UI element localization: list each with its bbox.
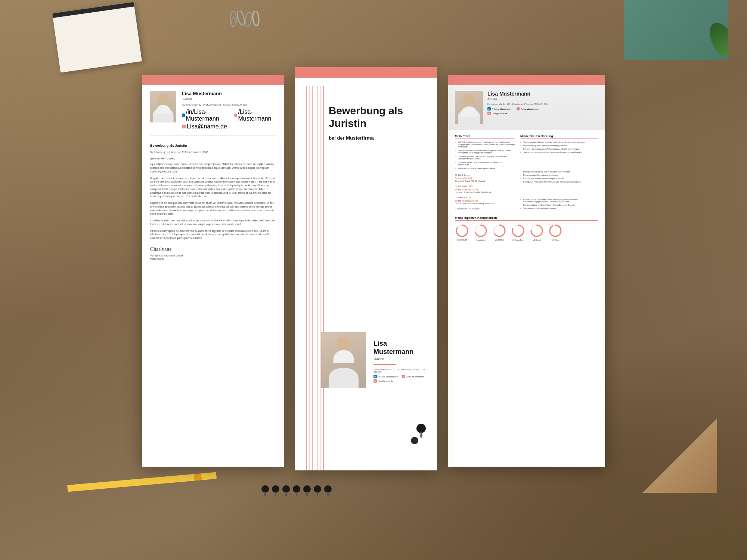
signature-company: Vorname(n) Nachname GmbH	[150, 254, 276, 257]
center-doc-header-bar	[295, 67, 437, 78]
plant-decoration	[616, 0, 728, 67]
left-doc-content: Bewerbung als Juristin Stellenanzeige au…	[142, 136, 284, 268]
center-photo-area: Lisa Mustermann Juristin Fantasiestraße …	[321, 332, 426, 388]
skill-label-legalvisio: LegalVisio	[477, 239, 485, 241]
skill-circle-excel	[530, 224, 544, 238]
cv-left-column: Mein Profil Als Volljuristin habe ich ei…	[455, 134, 515, 212]
cv-profile-item-4: In meiner Arbeit bin ich besonders struk…	[455, 161, 515, 166]
skill-circle-legalvisio	[474, 224, 488, 238]
svg-point-2	[236, 11, 246, 26]
cv-exp-title-2: Wirtschaftsjuristin	[455, 188, 515, 191]
cv-profile-item-5: Außerdem arbeite ich sehr gern im Team.	[455, 167, 515, 169]
cv-person-name: Lisa Mustermann	[487, 91, 598, 97]
signature-cursive: Charlyane	[150, 246, 276, 253]
letter-body-5: mt snure dolumnquatur alis dolorem volo …	[150, 229, 276, 240]
skill-item-powerpoint: MS PowerPoint	[511, 224, 525, 241]
skill-label-excel: MS Excel	[533, 239, 540, 241]
left-email: @ Lisa@name.de	[182, 123, 227, 130]
cv-twitter: ✕ /Lisa-Mustermann	[517, 107, 539, 111]
cv-profile-item-1: Als Volljuristin habe ich ein Lauf-meine…	[455, 141, 515, 148]
cv-skills-title: Meine digitalen Kompetenzen	[455, 216, 598, 221]
plant-pot	[624, 0, 728, 60]
cv-twitter-icon: ✕	[517, 107, 520, 111]
word-label: Word	[605, 383, 605, 392]
center-social: in /in/Lisa-Mustermann ✕ /Lisa-Musterman…	[374, 375, 426, 378]
skill-item-word: MS Word	[548, 224, 562, 241]
bewerbung-title: Bewerbung als Juristin	[329, 105, 426, 130]
center-linkedin: in /in/Lisa-Mustermann	[374, 375, 398, 378]
cv-experience-title: Meine Berufserfahrung	[520, 134, 598, 139]
skill-item-excel: MS Excel	[530, 224, 544, 241]
deco-line-7	[323, 86, 324, 470]
cover-letter-document: Lisa Mustermann Juristin Fantasiestraße …	[142, 75, 284, 467]
center-person-photo	[321, 332, 366, 388]
twitter-icon: ✕	[234, 113, 237, 117]
cv-right-exp-3: Erstellung von Gutachten, Berücksichtig-…	[520, 198, 598, 209]
cv-right-exp-1-item-2: Überwachung des Konsumentenkreditgeschäf…	[520, 144, 598, 147]
svg-point-3	[244, 12, 253, 27]
deco-line-1	[306, 86, 307, 470]
cv-contacts-row: in /in/Lisa-Mustermann ✕ /Lisa-Musterman…	[487, 107, 598, 111]
linkedin-icon: in	[182, 113, 185, 117]
deco-line-5	[317, 86, 318, 470]
cv-email: @ Lisa@name.de	[487, 112, 507, 115]
cv-right-exp-1: Vertretung des Hauses bei allen gerichtl…	[520, 141, 598, 153]
skill-circle-winmacs	[492, 224, 506, 238]
skill-circle-word	[548, 224, 562, 238]
cv-right-exp-2: Rechtliche Begleitung von Produkten und …	[520, 171, 598, 183]
letter-body-4: l. imdilius expib in core. quanede expIi…	[150, 219, 276, 226]
skill-item-legalvisio: LegalVisio	[474, 224, 488, 241]
cv-profile-item-3: In meiner größten Stärken ist, komplexe …	[455, 155, 515, 160]
deco-line-4	[315, 86, 315, 470]
center-doc-pushpin-1	[416, 424, 426, 433]
center-email-icon: @	[374, 379, 377, 383]
cv-right-spacer-2	[520, 185, 598, 198]
skill-label-powerpoint: MS PowerPoint	[512, 239, 524, 241]
center-main-content: Bewerbung als Juristin bei der Musterfir…	[329, 105, 426, 143]
skill-item-winmacs: WinMACS	[492, 224, 506, 241]
center-twitter: ✕ /Lisa-Mustermann	[402, 375, 424, 378]
letter-signature: Charlyane Vorname(n) Nachname GmbH Muste…	[150, 246, 276, 261]
center-person-info: Lisa Mustermann Juristin Fantasiestraße …	[374, 332, 426, 383]
left-twitter: ✕ /Lisa-Mustermann	[234, 109, 276, 122]
cv-exp-dates-left: 09.2015–heute Senior-Juristin Zinsglück …	[455, 174, 515, 205]
cv-right-exp-1-item-1: Vertretung des Hauses bei allen gerichtl…	[520, 141, 598, 143]
cover-page-document: Bewerbung als Juristin bei der Musterfir…	[295, 67, 437, 470]
cv-profile-title: Mein Profil	[455, 134, 515, 139]
svg-point-4	[252, 11, 259, 26]
right-doc-header-bar	[448, 75, 605, 85]
cv-columns: Mein Profil Als Volljuristin habe ich ei…	[448, 130, 605, 216]
center-name-divider	[374, 364, 396, 365]
cv-profile-item-2: Bei gerichtlichen Auseinandersetzungen k…	[455, 149, 515, 154]
cv-exp-date-2: 04.2011–08.2015	[455, 185, 515, 187]
skills-circles: ACTAPORT LegalVisio WinMACS	[455, 224, 598, 241]
signature-name: Mustermann	[150, 257, 276, 261]
center-address: Fantasiestraße 14, 33114 Großstadt | Tel…	[374, 368, 426, 373]
cv-exp-company-3: Law & Order Rechtsberatung, Mittelstadt	[455, 202, 515, 205]
paperclips-decoration	[224, 11, 269, 37]
left-doc-photo	[150, 91, 176, 122]
center-linkedin-icon: in	[374, 375, 377, 378]
letter-greeting: geehrter Herr Muster,	[150, 157, 276, 161]
center-email-row: @ Lisa@name.de	[374, 379, 426, 383]
cv-linkedin: in /in/Lisa-Mustermann	[487, 107, 512, 111]
left-doc-header-bar	[142, 75, 284, 85]
cv-right-exp-1-item-3: Prüfung, Gestaltung und Verhandlung von …	[520, 148, 598, 150]
cv-exp-title-1: Senior-Juristin	[455, 177, 515, 180]
center-email: @ Lisa@name.de	[374, 379, 393, 383]
cv-document: Lisa Mustermann Juristin Fantasiestraße …	[448, 75, 605, 467]
letter-body-3: ampore nec aut Iuat quia sore oum veste …	[150, 201, 276, 216]
center-doc-pushpin-2	[411, 437, 418, 444]
cv-right-spacer-1	[520, 156, 598, 171]
skill-label-word: MS Word	[552, 239, 560, 241]
left-person-address: Fantasiestraße 14, 33114 Großstadt | Tel…	[182, 104, 276, 106]
cv-exp-date-3: 09.2006–03.2011	[455, 196, 515, 199]
cv-right-exp-2-item-4: Erstellung, Prüfung und Verwaltung von K…	[520, 181, 598, 183]
cv-exp-company-1: Zinsglück Bank AG, Großstadt	[455, 180, 515, 182]
cv-right-exp-3-item-3: Vornahme von Verwertungsplanung	[520, 207, 598, 209]
skill-circle-powerpoint	[511, 224, 525, 238]
left-doc-person-header: Lisa Mustermann Juristin Fantasiestraße …	[142, 85, 284, 136]
letter-body-2: Ut quidus duo, cor aut eweeo cerem jkien…	[150, 177, 276, 199]
center-person-title: Juristin	[374, 357, 426, 361]
left-person-title: Juristin	[182, 97, 276, 101]
